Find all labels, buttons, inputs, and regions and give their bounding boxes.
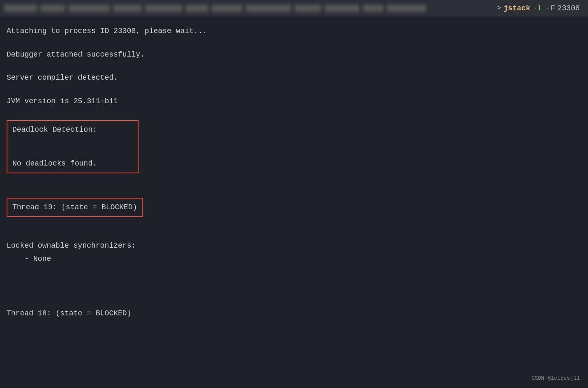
deadlock-header: Deadlock Detection: [12, 123, 133, 137]
empty-line-7 [7, 219, 581, 229]
command-pid: 23308 [557, 4, 580, 12]
empty-line-6 [7, 185, 581, 196]
blurred-block-2 [40, 5, 65, 12]
empty-line-4 [7, 108, 581, 118]
thread19-box-wrapper: Thread 19: (state = BLOCKED) [7, 196, 581, 219]
deadlock-empty2 [12, 147, 133, 157]
command-flags: -l -F [533, 4, 555, 12]
watermark: CSDN @lclqcsj11 [532, 375, 580, 381]
thread18-line: Thread 18: (state = BLOCKED) [7, 307, 581, 320]
empty-line-8 [7, 229, 581, 239]
empty-line-12 [7, 297, 581, 307]
locked-ownable-line: Locked ownable synchronizers: [7, 239, 581, 253]
blurred-block-4 [113, 5, 142, 12]
thread19-box: Thread 19: (state = BLOCKED) [7, 198, 143, 218]
blurred-block-9 [294, 5, 321, 12]
blurred-block-5 [145, 5, 182, 12]
blurred-block-8 [246, 5, 291, 12]
debugger-line: Debugger attached successfully. [7, 48, 581, 62]
empty-line-9 [7, 265, 581, 276]
blurred-block-11 [363, 5, 383, 12]
title-bar: > jstack -l -F 23308 [0, 0, 588, 17]
deadlock-detection-box: Deadlock Detection: No deadlocks found. [7, 120, 139, 173]
no-deadlocks-line: No deadlocks found. [12, 157, 133, 170]
command-line: > jstack -l -F 23308 [497, 4, 580, 12]
blurred-block-1 [4, 5, 37, 12]
empty-line-5 [7, 175, 581, 185]
blurred-block-3 [68, 5, 110, 12]
command-name: jstack [503, 4, 530, 12]
terminal-body: Attaching to process ID 23308, please wa… [0, 17, 588, 329]
empty-line-3 [7, 85, 581, 95]
prompt-symbol: > [497, 5, 501, 12]
blurred-block-6 [186, 5, 208, 12]
empty-line-1 [7, 38, 581, 48]
blurred-block-10 [325, 5, 360, 12]
none-line: - None [7, 253, 581, 266]
thread19-line: Thread 19: (state = BLOCKED) [12, 201, 137, 214]
server-compiler-line: Server compiler detected. [7, 71, 581, 85]
attaching-line: Attaching to process ID 23308, please wa… [7, 25, 581, 38]
blurred-block-12 [387, 5, 426, 12]
empty-line-10 [7, 276, 581, 286]
empty-line-2 [7, 61, 581, 71]
empty-line-11 [7, 286, 581, 297]
jvm-version-line: JVM version is 25.311-b11 [7, 95, 581, 108]
deadlock-empty [12, 136, 133, 147]
blurred-block-7 [212, 5, 242, 12]
